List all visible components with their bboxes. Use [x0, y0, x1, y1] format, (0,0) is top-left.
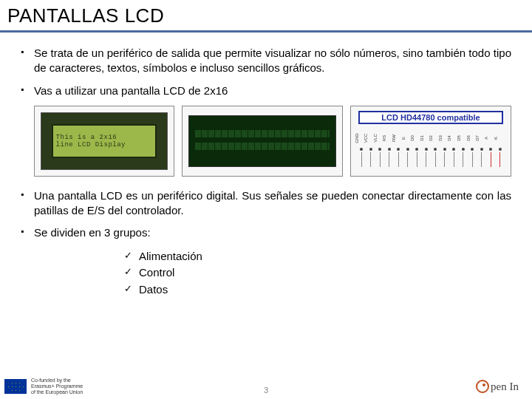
pin-K: K	[496, 132, 505, 167]
lcd-line-1: This is a 2x16	[56, 134, 153, 141]
bullet-3: Una pantalla LCD es un periférico digita…	[21, 188, 511, 219]
groups-list: Alimentación Control Datos	[124, 248, 511, 299]
eu-flag-icon	[4, 379, 27, 394]
footer: Co-funded by the Erasmus+ Programme of t…	[0, 374, 532, 399]
bullet-2: Vas a utilizar una pantalla LCD de 2x16	[21, 83, 511, 98]
page-title: PANTALLAS LCD	[0, 0, 532, 30]
pinout-pins: GNDVCCVLCRSRWED0D1D2D3D4D5D6D7AK	[357, 132, 505, 167]
lcd-line-2: line LCD Display	[56, 141, 153, 149]
content-area: Se trata de un periférico de salida que …	[0, 46, 532, 298]
page-number: 3	[264, 386, 268, 395]
bullet-4: Se dividen en 3 grupos:	[21, 225, 511, 240]
openin-logo: pen In	[476, 380, 519, 393]
pinout-title: LCD HD44780 compatible	[358, 111, 503, 124]
lcd-photo-1: This is a 2x16 line LCD Display	[34, 106, 174, 177]
group-1: Alimentación	[124, 248, 511, 265]
images-row: This is a 2x16 line LCD Display LCD HD44…	[34, 106, 511, 177]
group-2: Control	[124, 265, 511, 282]
cofund-text: Co-funded by the Erasmus+ Programme of t…	[31, 378, 83, 395]
group-3: Datos	[124, 282, 511, 299]
title-divider	[0, 30, 532, 33]
lcd-photo-2	[182, 106, 343, 177]
bullet-1: Se trata de un periférico de salida que …	[21, 46, 511, 76]
logo-circle-icon	[476, 380, 489, 393]
footer-left: Co-funded by the Erasmus+ Programme of t…	[4, 378, 83, 395]
lcd-pinout-diagram: LCD HD44780 compatible GNDVCCVLCRSRWED0D…	[350, 106, 511, 177]
